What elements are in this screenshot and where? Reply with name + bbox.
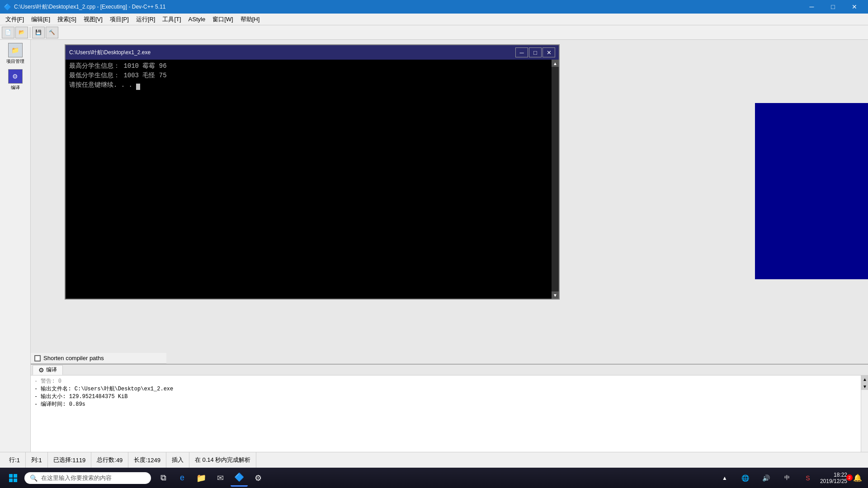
notification-icon: 🔔 (853, 474, 862, 482)
status-selected: 已选择: 1119 (48, 452, 92, 468)
minimize-button[interactable]: ─ (802, 2, 822, 12)
svg-rect-3 (14, 479, 17, 482)
settings-icon: ⚙ (255, 473, 262, 483)
tray-volume[interactable]: 🔊 (758, 469, 775, 487)
toolbar-separator (30, 27, 30, 38)
menu-search[interactable]: 搜索[S] (54, 14, 80, 25)
console-controls: ─ □ ✕ (515, 47, 555, 57)
notification-area[interactable]: 🔔 2 (851, 474, 864, 482)
shorten-paths-area: Shorten compiler paths (31, 353, 166, 364)
console-window: C:\Users\叶航\Desktop\ex1_2.exe ─ □ ✕ 最高分学… (65, 44, 560, 300)
maximize-button[interactable]: □ (823, 2, 843, 12)
console-scroll-up[interactable]: ▲ (552, 60, 559, 67)
console-title: C:\Users\叶航\Desktop\ex1_2.exe (69, 49, 151, 56)
tray-network[interactable]: 🌐 (737, 469, 754, 487)
taskbar-ie[interactable]: e (174, 469, 191, 487)
menu-help[interactable]: 帮助[H] (237, 14, 264, 25)
devcpp-icon: 🔷 (234, 472, 244, 482)
ie-icon: e (180, 473, 184, 483)
console-maximize[interactable]: □ (529, 47, 542, 57)
sidebar-project-icon: 📁 (8, 43, 23, 57)
console-line-1: 最高分学生信息： 1010 霉霉 96 (69, 61, 548, 71)
menu-project[interactable]: 项目[P] (106, 14, 132, 25)
svg-rect-0 (9, 474, 13, 478)
console-output: 最高分学生信息： 1010 霉霉 96 最低分学生信息： 1003 毛怪 75 … (66, 60, 552, 284)
taskbar: 🔍 在这里输入你要搜索的内容 ⧉ e 📁 ✉ 🔷 ⚙ ▲ 🌐 (0, 468, 868, 488)
compile-output: - 警告: 0 - 输出文件名: C:\Users\叶航\Desktop\ex1… (31, 375, 868, 460)
shorten-paths-checkbox[interactable] (34, 355, 41, 361)
console-scroll-down[interactable]: ▼ (552, 291, 559, 299)
compile-tab-label: 编译 (46, 366, 57, 374)
output-line-time: - 编译时间: 0.89s (34, 400, 859, 408)
network-icon: 🌐 (741, 474, 749, 482)
bottom-vscrollbar[interactable]: ▲ ▼ (861, 375, 868, 460)
status-total-lines: 总行数: 49 (91, 452, 128, 468)
title-bar-left: 🔷 C:\Users\叶航\Desktop\ex1_2.cpp - [Execu… (4, 3, 165, 11)
tray-ime[interactable]: 中 (778, 469, 796, 487)
status-col: 列: 1 (26, 452, 48, 468)
start-button[interactable] (4, 469, 23, 487)
status-length: 长度: 1249 (128, 452, 166, 468)
console-body: 最高分学生信息： 1010 霉霉 96 最低分学生信息： 1003 毛怪 75 … (66, 60, 559, 299)
toolbar-btn-1[interactable]: 📄 (2, 27, 14, 38)
svg-rect-1 (14, 474, 17, 478)
vscroll-down[interactable]: ▼ (861, 383, 868, 390)
tray-chevron[interactable]: ▲ (716, 469, 733, 487)
main-area: 📁 项目管理 ⚙ 编译 C:\Users\叶航\Desktop\ex1_2.ex… (0, 40, 868, 468)
search-bar[interactable]: 🔍 在这里输入你要搜索的内容 (24, 472, 151, 484)
menu-window[interactable]: 窗口[W] (209, 14, 237, 25)
toolbar-btn-2[interactable]: 📂 (15, 27, 28, 38)
menu-file[interactable]: 文件[F] (2, 14, 28, 25)
console-close[interactable]: ✕ (542, 47, 555, 57)
task-view-icon: ⧉ (160, 473, 166, 483)
menu-astyle[interactable]: AStyle (185, 14, 209, 24)
console-line-3: 请按任意键继续. . . (69, 80, 548, 90)
search-icon: 🔍 (30, 474, 38, 482)
taskbar-clock[interactable]: 18:22 2019/12/25 (820, 472, 847, 484)
search-input[interactable]: 在这里输入你要搜索的内容 (41, 474, 146, 482)
bottom-content-area: - 警告: 0 - 输出文件名: C:\Users\叶航\Desktop\ex1… (31, 375, 868, 460)
app-icon: 🔷 (4, 3, 11, 10)
output-line-filename: - 输出文件名: C:\Users\叶航\Desktop\ex1_2.exe (34, 385, 859, 393)
menu-run[interactable]: 运行[R] (132, 14, 159, 25)
status-parse: 在 0.14 秒内完成解析 (189, 452, 257, 468)
vscroll-up[interactable]: ▲ (861, 375, 868, 383)
sidebar-item-project[interactable]: 📁 项目管理 (2, 42, 29, 66)
taskbar-left: 🔍 在这里输入你要搜索的内容 ⧉ e 📁 ✉ 🔷 ⚙ (4, 469, 267, 487)
toolbar-btn-3[interactable]: 💾 (32, 27, 45, 38)
taskbar-right: ▲ 🌐 🔊 中 S 18:22 2019/12/25 🔔 2 (716, 469, 864, 487)
compile-tab[interactable]: ⚙ 编译 (33, 365, 63, 375)
sidebar-compile-icon: ⚙ (8, 69, 23, 84)
console-title-bar: C:\Users\叶航\Desktop\ex1_2.exe ─ □ ✕ (66, 45, 559, 60)
clock-date: 2019/12/25 (820, 478, 847, 484)
svg-rect-2 (9, 479, 13, 482)
taskbar-task-view[interactable]: ⧉ (155, 469, 172, 487)
content-area: C:\Users\叶航\Desktop\ex1_2.exe ─ □ ✕ 最高分学… (31, 40, 868, 468)
menu-edit[interactable]: 编辑[E] (28, 14, 54, 25)
console-scrollbar[interactable]: ▲ ▼ (552, 60, 559, 299)
tray-sougou[interactable]: S (799, 469, 816, 487)
sidebar-item-compile[interactable]: ⚙ 编译 (2, 68, 29, 92)
cursor (136, 84, 140, 90)
taskbar-devcpp[interactable]: 🔷 (231, 469, 248, 487)
menu-bar: 文件[F] 编辑[E] 搜索[S] 视图[V] 项目[P] 运行[R] 工具[T… (0, 14, 868, 25)
sidebar-compile-label: 编译 (11, 84, 20, 91)
menu-tools[interactable]: 工具[T] (159, 14, 184, 25)
title-bar-controls: ─ □ ✕ (802, 2, 864, 12)
output-line-size: - 输出大小: 129.9521484375 KiB (34, 393, 859, 400)
console-line-2: 最低分学生信息： 1003 毛怪 75 (69, 71, 548, 80)
menu-view[interactable]: 视图[V] (80, 14, 106, 25)
toolbar-btn-4[interactable]: 🔨 (46, 27, 58, 38)
taskbar-mail[interactable]: ✉ (212, 469, 229, 487)
console-minimize[interactable]: ─ (515, 47, 528, 57)
taskbar-settings[interactable]: ⚙ (250, 469, 267, 487)
close-button[interactable]: ✕ (844, 2, 864, 12)
bottom-tabs: ⚙ 编译 (31, 365, 868, 375)
blue-panel (755, 103, 868, 279)
compile-tab-icon: ⚙ (38, 366, 44, 374)
status-bar: 行: 1 列: 1 已选择: 1119 总行数: 49 长度: 1249 插入 … (0, 452, 868, 468)
output-line-warning: - 警告: 0 (34, 377, 859, 385)
sidebar-project-label: 项目管理 (6, 58, 24, 65)
taskbar-explorer[interactable]: 📁 (193, 469, 210, 487)
sougou-icon: S (806, 474, 810, 482)
